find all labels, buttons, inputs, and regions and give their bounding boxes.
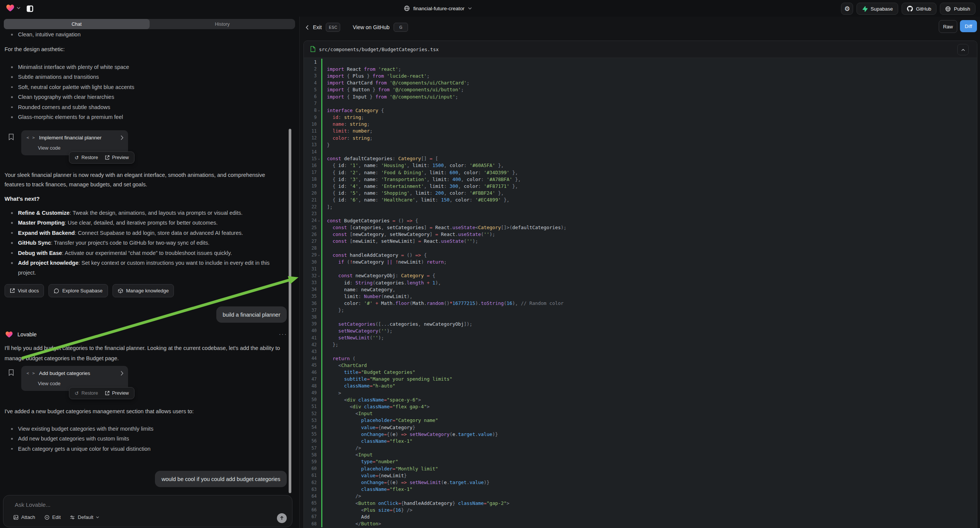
composer[interactable]: Ask Lovable... Attach Edit Default bbox=[3, 495, 293, 527]
fold-toggle-icon[interactable]: ⌄ bbox=[317, 155, 321, 162]
code-line: 46 title="Budget Categories" bbox=[304, 369, 977, 375]
code-line: 6import { Input } from '@/components/ui/… bbox=[304, 93, 977, 100]
code-line: 22]; bbox=[304, 204, 977, 210]
preview-button[interactable]: Preview bbox=[105, 391, 129, 396]
code-line: 52 <Input bbox=[304, 410, 977, 417]
line-number: 53 bbox=[304, 418, 317, 423]
tab-history[interactable]: History bbox=[150, 19, 296, 29]
line-number: 24 bbox=[304, 218, 317, 223]
line-number: 67 bbox=[304, 514, 317, 519]
fold-toggle-icon[interactable]: ⌄ bbox=[317, 272, 321, 279]
list-item: Rounded corners and subtle shadows bbox=[5, 102, 290, 112]
composer-input[interactable]: Ask Lovable... bbox=[15, 501, 50, 508]
view-on-github-button[interactable]: View on GitHub bbox=[353, 24, 390, 30]
lovable-logo-menu[interactable] bbox=[6, 4, 21, 12]
line-number: 40 bbox=[304, 328, 317, 333]
code-line: 35 limit: Number(newLimit), bbox=[304, 293, 977, 300]
bookmark-icon[interactable] bbox=[8, 369, 14, 376]
visit-docs-button[interactable]: Visit docs bbox=[5, 284, 44, 297]
version-title: Implement financial planner bbox=[39, 135, 117, 140]
line-number: 1 bbox=[304, 59, 317, 65]
github-button[interactable]: GitHub bbox=[902, 3, 936, 15]
code-line: 68 </Button> bbox=[304, 520, 977, 527]
lovable-heart-icon bbox=[6, 4, 14, 12]
line-number: 63 bbox=[304, 487, 317, 492]
line-number: 33 bbox=[304, 280, 317, 285]
bullet-dot bbox=[11, 262, 13, 264]
supabase-button[interactable]: Supabase bbox=[856, 3, 898, 15]
code-line: 61 value={newLimit} bbox=[304, 472, 977, 479]
code-line: 40 setNewCategory(''); bbox=[304, 327, 977, 334]
attach-button[interactable]: Attach bbox=[13, 514, 35, 520]
line-number: 18 bbox=[304, 177, 317, 182]
sidebar-toggle-button[interactable] bbox=[24, 3, 36, 14]
line-number: 65 bbox=[304, 500, 317, 506]
quick-actions: Visit docs Explore Supabase Manage knowl… bbox=[5, 284, 174, 297]
view-code-link[interactable]: View code bbox=[38, 381, 60, 386]
diff-button[interactable]: Diff bbox=[960, 20, 977, 32]
line-number: 30 bbox=[304, 259, 317, 265]
view-code-link[interactable]: View code bbox=[38, 145, 60, 151]
bookmark-icon[interactable] bbox=[8, 133, 14, 140]
collapse-file-button[interactable] bbox=[957, 44, 969, 55]
project-switcher[interactable]: financial-future-creator bbox=[404, 0, 472, 17]
design-bullets: Minimalist interface with plenty of whit… bbox=[5, 62, 290, 122]
line-number: 21 bbox=[304, 197, 317, 203]
assistant-header: Lovable ··· bbox=[5, 331, 287, 338]
model-selector[interactable]: Default bbox=[70, 514, 99, 520]
code-line: 4import ChartCard from '@/components/ui/… bbox=[304, 80, 977, 86]
edit-mode-button[interactable]: Edit bbox=[45, 514, 60, 520]
bullet-dot bbox=[11, 252, 13, 254]
chevron-down-icon bbox=[96, 516, 99, 518]
code-line: 13} bbox=[304, 141, 977, 148]
version-card-2-actions: ↺ Restore Preview bbox=[69, 387, 134, 399]
fold-toggle-icon[interactable]: ⌄ bbox=[317, 251, 321, 258]
line-number: 45 bbox=[304, 363, 317, 368]
line-number: 32 bbox=[304, 273, 317, 278]
line-number: 25 bbox=[304, 225, 317, 230]
code-line: 56 className="flex-1" bbox=[304, 437, 977, 444]
sliders-icon bbox=[70, 515, 75, 520]
bullet-dot bbox=[11, 86, 13, 88]
fold-toggle-icon[interactable]: ⌄ bbox=[317, 107, 321, 114]
code-file-header[interactable]: src/components/budget/BudgetCategories.t… bbox=[304, 41, 977, 58]
code-line: 32⌄ const newCategoryObj: Category = { bbox=[304, 272, 977, 279]
settings-button[interactable]: ⚙ bbox=[841, 3, 853, 15]
chat-scrollbar-thumb[interactable] bbox=[289, 129, 291, 493]
code-line: 38 bbox=[304, 313, 977, 320]
preview-button[interactable]: Preview bbox=[105, 155, 129, 160]
fold-toggle-icon[interactable]: ⌄ bbox=[317, 217, 321, 224]
line-number: 6 bbox=[304, 94, 317, 99]
code-line: 30 if (!newCategory || !newLimit) return… bbox=[304, 258, 977, 265]
list-item: Master Prompting: Use clear, detailed, a… bbox=[5, 218, 288, 227]
line-number: 68 bbox=[304, 521, 317, 526]
line-number: 58 bbox=[304, 452, 317, 458]
bullet-dot bbox=[11, 34, 13, 36]
line-number: 5 bbox=[304, 87, 317, 92]
code-line: 62 onChange={(e) => setNewLimit(e.target… bbox=[304, 479, 977, 485]
manage-knowledge-button[interactable]: Manage knowledge bbox=[113, 284, 174, 297]
code-line: 33 id: String(categories.length + 1), bbox=[304, 279, 977, 286]
line-number: 52 bbox=[304, 411, 317, 416]
send-button[interactable] bbox=[277, 513, 287, 523]
line-number: 4 bbox=[304, 80, 317, 86]
code-line: 7 bbox=[304, 100, 977, 107]
list-item: Refine & Customize: Tweak the design, an… bbox=[5, 208, 288, 218]
exit-button[interactable]: Exit bbox=[313, 24, 321, 30]
lovable-app: financial-future-creator ⚙ Supabase GitH… bbox=[0, 0, 980, 528]
explore-supabase-button[interactable]: Explore Supabase bbox=[48, 284, 108, 297]
bullet-dot bbox=[11, 212, 13, 214]
code-line: 67 Add bbox=[304, 513, 977, 520]
project-name: financial-future-creator bbox=[413, 6, 465, 11]
restore-button[interactable]: ↺ Restore bbox=[75, 391, 98, 396]
tab-chat[interactable]: Chat bbox=[4, 19, 150, 29]
code-icon: < > bbox=[27, 371, 35, 376]
message-menu-button[interactable]: ··· bbox=[279, 331, 287, 338]
restore-button[interactable]: ↺ Restore bbox=[75, 155, 98, 161]
bullet-dot bbox=[11, 222, 13, 224]
line-number: 28 bbox=[304, 245, 317, 251]
raw-button[interactable]: Raw bbox=[939, 20, 957, 33]
list-item: Expand with Backend: Connect Supabase to… bbox=[5, 228, 288, 238]
line-number: 64 bbox=[304, 493, 317, 499]
publish-button[interactable]: Publish bbox=[940, 3, 975, 15]
